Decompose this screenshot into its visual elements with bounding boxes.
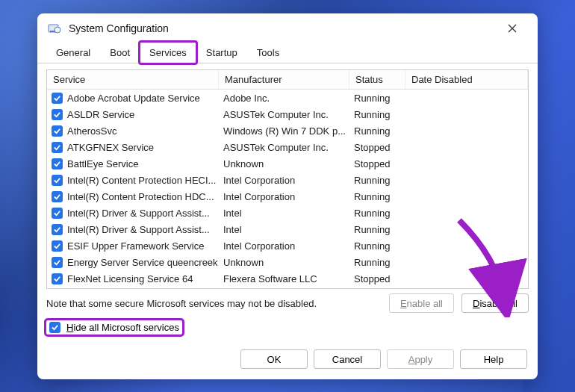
service-name: Adobe Acrobat Update Service	[67, 93, 200, 104]
tab-boot[interactable]: Boot	[100, 42, 140, 63]
service-status: Running	[349, 208, 405, 219]
service-checkbox[interactable]	[52, 257, 63, 268]
service-checkbox[interactable]	[52, 109, 63, 120]
service-name: FlexNet Licensing Service 64	[67, 273, 193, 284]
service-checkbox[interactable]	[52, 142, 63, 153]
service-name: ESIF Upper Framework Service	[67, 240, 205, 252]
col-status[interactable]: Status	[349, 70, 405, 89]
help-button[interactable]: Help	[460, 349, 527, 369]
table-row[interactable]: Intel(R) Content Protection HDC...Intel …	[47, 188, 528, 205]
hide-ms-label: Hide all Microsoft services	[66, 322, 179, 333]
dialog-buttons: OK Cancel Apply Help	[37, 342, 538, 379]
service-checkbox[interactable]	[52, 93, 63, 104]
service-name: AtherosSvc	[67, 125, 116, 137]
service-checkbox[interactable]	[52, 224, 63, 235]
service-status: Running	[349, 109, 405, 120]
service-mfr: Intel	[219, 208, 349, 219]
table-row[interactable]: Intel(R) Driver & Support Assist...Intel…	[47, 221, 528, 237]
table-row[interactable]: ESIF Upper Framework ServiceIntel Corpor…	[47, 237, 528, 254]
service-mfr: Unknown	[219, 158, 349, 169]
service-status: Running	[349, 257, 405, 268]
tab-services[interactable]: Services	[140, 42, 196, 63]
table-row[interactable]: Energy Server Service queencreekUnknownR…	[47, 254, 528, 270]
table-row[interactable]: Google Chrome Beta Elevation S...Google …	[47, 287, 528, 288]
table-row[interactable]: Intel(R) Content Protection HECI...Intel…	[47, 172, 528, 188]
service-name: Intel(R) Content Protection HECI...	[67, 175, 216, 186]
service-mfr: Windows (R) Win 7 DDK p...	[219, 125, 349, 137]
service-mfr: Unknown	[219, 257, 349, 268]
service-status: Running	[349, 224, 405, 235]
col-date-disabled[interactable]: Date Disabled	[405, 70, 528, 89]
service-status: Stopped	[349, 142, 405, 153]
table-body[interactable]: Adobe Acrobat Update ServiceAdobe Inc.Ru…	[47, 90, 528, 288]
service-checkbox[interactable]	[52, 240, 63, 252]
service-status: Running	[349, 93, 405, 104]
service-mfr: Intel	[219, 224, 349, 235]
service-mfr: Adobe Inc.	[219, 93, 349, 104]
table-row[interactable]: FlexNet Licensing Service 64Flexera Soft…	[47, 270, 528, 287]
hide-microsoft-services-row[interactable]: Hide all Microsoft services	[46, 320, 182, 335]
close-button[interactable]	[497, 17, 527, 40]
cancel-button[interactable]: Cancel	[314, 349, 381, 369]
service-mfr: Intel Corporation	[219, 175, 349, 186]
service-status: Running	[349, 191, 405, 202]
apply-button[interactable]: Apply	[387, 349, 454, 369]
ok-button[interactable]: OK	[240, 349, 308, 369]
service-name: Energy Server Service queencreek	[67, 257, 218, 268]
table-row[interactable]: ATKGFNEX ServiceASUSTek Computer Inc.Sto…	[47, 139, 528, 155]
window-title: System Configuration	[69, 22, 169, 34]
tab-startup[interactable]: Startup	[196, 42, 247, 63]
service-name: ASLDR Service	[67, 109, 134, 120]
table-header: Service Manufacturer Status Date Disable…	[47, 70, 528, 90]
service-name: Intel(R) Content Protection HDC...	[67, 191, 214, 202]
service-mfr: Intel Corporation	[219, 191, 349, 202]
enable-all-button[interactable]: Enable all	[389, 293, 454, 313]
service-name: Intel(R) Driver & Support Assist...	[67, 224, 210, 235]
app-icon	[48, 22, 61, 35]
tab-general[interactable]: General	[46, 42, 100, 63]
service-status: Running	[349, 175, 405, 186]
service-name: Intel(R) Driver & Support Assist...	[67, 208, 210, 219]
disable-all-button[interactable]: Disable all	[461, 293, 529, 313]
service-status: Stopped	[349, 158, 405, 169]
table-row[interactable]: AtherosSvcWindows (R) Win 7 DDK p...Runn…	[47, 122, 528, 139]
tab-tools[interactable]: Tools	[247, 42, 289, 63]
service-mfr: Flexera Software LLC	[219, 273, 349, 284]
service-mfr: Intel Corporation	[219, 240, 349, 252]
service-name: ATKGFNEX Service	[67, 142, 154, 153]
tab-bar: General Boot Services Startup Tools	[37, 42, 538, 63]
table-row[interactable]: Adobe Acrobat Update ServiceAdobe Inc.Ru…	[47, 90, 528, 106]
note-text: Note that some secure Microsoft services…	[46, 298, 382, 309]
service-checkbox[interactable]	[52, 273, 63, 284]
service-mfr: ASUSTek Computer Inc.	[219, 142, 349, 153]
tab-content: Service Manufacturer Status Date Disable…	[37, 63, 538, 342]
table-row[interactable]: BattlEye ServiceUnknownStopped	[47, 155, 528, 172]
service-status: Running	[349, 240, 405, 252]
table-row[interactable]: Intel(R) Driver & Support Assist...Intel…	[47, 205, 528, 221]
table-row[interactable]: ASLDR ServiceASUSTek Computer Inc.Runnin…	[47, 106, 528, 122]
titlebar: System Configuration	[37, 13, 538, 43]
service-checkbox[interactable]	[52, 208, 63, 219]
service-checkbox[interactable]	[52, 125, 63, 137]
service-name: BattlEye Service	[67, 158, 138, 169]
svg-point-2	[55, 27, 60, 33]
system-configuration-window: System Configuration General Boot Servic…	[37, 13, 538, 379]
service-checkbox[interactable]	[52, 191, 63, 202]
service-checkbox[interactable]	[52, 175, 63, 186]
hide-ms-checkbox[interactable]	[49, 322, 60, 333]
service-status: Running	[349, 125, 405, 137]
service-status: Stopped	[349, 273, 405, 284]
services-table: Service Manufacturer Status Date Disable…	[46, 69, 529, 289]
service-checkbox[interactable]	[52, 158, 63, 169]
service-mfr: ASUSTek Computer Inc.	[219, 109, 349, 120]
col-manufacturer[interactable]: Manufacturer	[219, 70, 349, 89]
col-service[interactable]: Service	[47, 70, 219, 89]
